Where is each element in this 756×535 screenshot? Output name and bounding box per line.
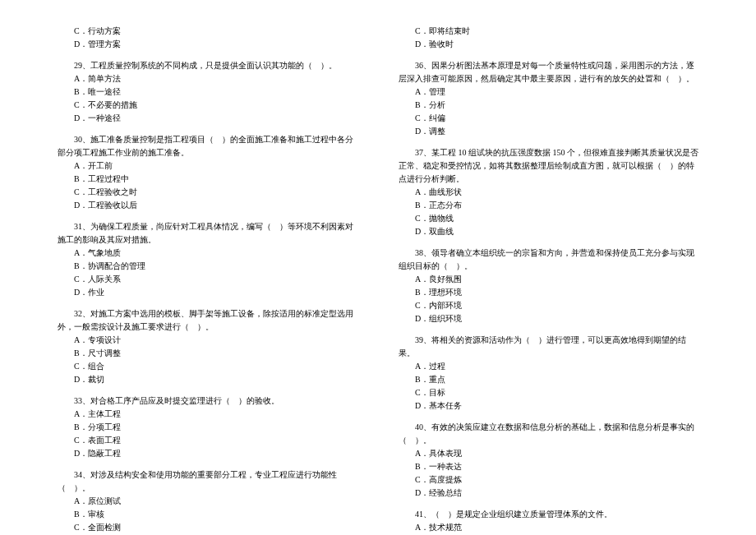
q31-opt-b: B．协调配合的管理 (58, 260, 357, 273)
q32-opt-b: B．尺寸调整 (58, 347, 357, 360)
q37-opt-c: C．抛物线 (399, 212, 698, 225)
q38-opt-b: B．理想环境 (399, 286, 698, 299)
q39-opt-c: C．目标 (399, 386, 698, 399)
q33-opt-d: D．隐蔽工程 (58, 447, 357, 460)
q37-stem: 37、某工程 10 组试块的抗压强度数据 150 个，但很难直接判断其质量状况是… (399, 146, 698, 186)
q28-opt-c: C．行动方案 (58, 25, 357, 38)
q37-opt-a: A．曲线形状 (399, 186, 698, 199)
q29-opt-c: C．不必要的措施 (58, 99, 357, 112)
q35-opt-d: D．验收时 (399, 38, 698, 51)
q37-opt-b: B．正态分布 (399, 199, 698, 212)
q33-opt-c: C．表面工程 (58, 434, 357, 447)
q36-opt-b: B．分析 (399, 99, 698, 112)
q31-opt-c: C．人际关系 (58, 273, 357, 286)
q30-opt-d: D．工程验收以后 (58, 199, 357, 212)
q32-opt-d: D．裁切 (58, 373, 357, 386)
q29-opt-d: D．一种途径 (58, 112, 357, 125)
q33-stem: 33、对合格工序产品应及时提交监理进行（ ）的验收。 (58, 394, 357, 408)
left-column: C．行动方案 D．管理方案 29、工程质量控制系统的不同构成，只是提供全面认识其… (58, 25, 357, 535)
q39-opt-b: B．重点 (399, 373, 698, 386)
q39-opt-d: D．基本任务 (399, 399, 698, 413)
q41-opt-a: A．技术规范 (399, 521, 698, 534)
q28-opt-d: D．管理方案 (58, 38, 357, 51)
q32-opt-a: A．专项设计 (58, 334, 357, 347)
q32-stem: 32、对施工方案中选用的模板、脚手架等施工设备，除按适用的标准定型选用外，一般需… (58, 307, 357, 334)
right-column: C．即将结束时 D．验收时 36、因果分析图法基本原理是对每一个质量特性或问题，… (399, 25, 698, 535)
q29-stem: 29、工程质量控制系统的不同构成，只是提供全面认识其功能的（ ）。 (58, 59, 357, 72)
q40-opt-d: D．经验总结 (399, 487, 698, 500)
q38-opt-d: D．组织环境 (399, 312, 698, 325)
q40-stem: 40、有效的决策应建立在数据和信息分析的基础上，数据和信息分析是事实的（ ）。 (399, 421, 698, 447)
q39-opt-a: A．过程 (399, 360, 698, 373)
q30-opt-b: B．工程过程中 (58, 173, 357, 186)
q30-opt-c: C．工程验收之时 (58, 186, 357, 199)
q34-stem: 34、对涉及结构安全和使用功能的重要部分工程，专业工程应进行功能性（ ）。 (58, 468, 357, 495)
q33-opt-b: B．分项工程 (58, 421, 357, 434)
q31-opt-d: D．作业 (58, 286, 357, 299)
q40-opt-b: B．一种表达 (399, 460, 698, 473)
q34-opt-c: C．全面检测 (58, 521, 357, 534)
q38-opt-a: A．良好氛围 (399, 273, 698, 286)
q34-opt-b: B．审核 (58, 508, 357, 521)
q38-stem: 38、领导者确立本组织统一的宗旨和方向，并营造和保持使员工充分参与实现组织目标的… (399, 247, 698, 273)
q37-opt-d: D．双曲线 (399, 225, 698, 238)
q36-opt-a: A．管理 (399, 85, 698, 99)
q29-opt-a: A．简单方法 (58, 72, 357, 85)
q31-opt-a: A．气象地质 (58, 247, 357, 260)
q31-stem: 31、为确保工程质量，尚应针对工程具体情况，编写（ ）等环境不利因素对施工的影响… (58, 220, 357, 247)
q33-opt-a: A．主体工程 (58, 408, 357, 421)
q30-opt-a: A．开工前 (58, 159, 357, 173)
q38-opt-c: C．内部环境 (399, 299, 698, 312)
q29-opt-b: B．唯一途径 (58, 85, 357, 99)
q36-stem: 36、因果分析图法基本原理是对每一个质量特性或问题，采用图示的方法，逐层深入排查… (399, 59, 698, 85)
q41-stem: 41、（ ）是规定企业组织建立质量管理体系的文件。 (399, 508, 698, 521)
q40-opt-a: A．具体表现 (399, 447, 698, 460)
q35-opt-c: C．即将结束时 (399, 25, 698, 38)
q36-opt-d: D．调整 (399, 125, 698, 138)
q32-opt-c: C．组合 (58, 360, 357, 373)
q39-stem: 39、将相关的资源和活动作为（ ）进行管理，可以更高效地得到期望的结果。 (399, 334, 698, 360)
q34-opt-a: A．原位测试 (58, 495, 357, 508)
q40-opt-c: C．高度提炼 (399, 473, 698, 487)
q36-opt-c: C．纠偏 (399, 112, 698, 125)
q30-stem: 30、施工准备质量控制是指工程项目（ ）的全面施工准备和施工过程中各分部分项工程… (58, 133, 357, 159)
